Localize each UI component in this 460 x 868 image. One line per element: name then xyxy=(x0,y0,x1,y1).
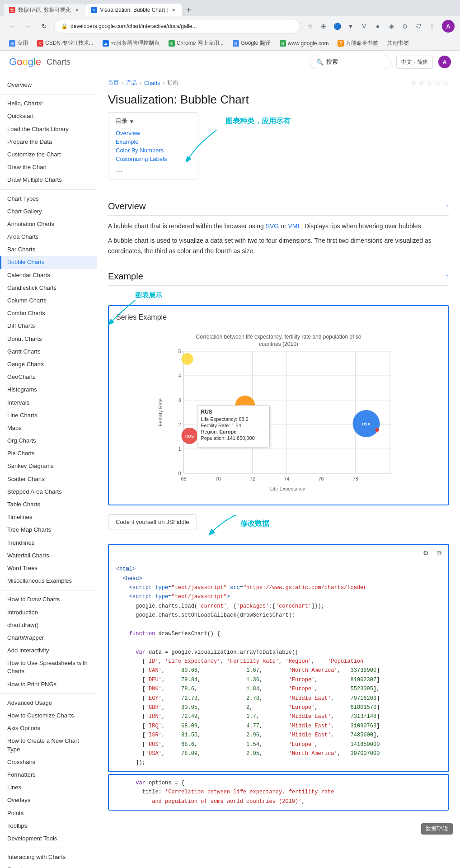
new-tab-button[interactable]: + xyxy=(182,4,195,16)
google-logo[interactable]: Google xyxy=(9,56,41,68)
star4[interactable]: ☆ xyxy=(435,79,441,87)
sidebar-item-word-trees[interactable]: Word Trees xyxy=(0,562,97,575)
vml-link[interactable]: VML xyxy=(288,222,301,230)
sidebar-item-gantt-charts[interactable]: Gantt Charts xyxy=(0,345,97,358)
search-box[interactable]: 🔍 搜索 xyxy=(310,55,391,69)
star2[interactable]: ☆ xyxy=(418,79,425,87)
sidebar-item-axis-options[interactable]: Axis Options xyxy=(0,722,97,735)
sidebar-item-chart-gallery[interactable]: Chart Gallery xyxy=(0,205,97,218)
star3[interactable]: ☆ xyxy=(427,79,433,87)
sidebar-item-gauge-charts[interactable]: Gauge Charts xyxy=(0,358,97,371)
sidebar-item-maps[interactable]: Maps xyxy=(0,422,97,434)
sidebar-item-customize-chart[interactable]: Customize the Chart xyxy=(0,148,97,161)
sidebar-item-events[interactable]: Events xyxy=(0,863,97,868)
refresh-button[interactable]: ↻ xyxy=(38,20,51,33)
forward-button[interactable]: → xyxy=(22,20,34,33)
sidebar-item-chartwrapper[interactable]: ChartWrapper xyxy=(0,632,97,644)
svg-link[interactable]: SVG xyxy=(266,222,279,230)
sidebar-item-prepare-data[interactable]: Prepare the Data xyxy=(0,136,97,148)
toc-header[interactable]: 目录 ▾ xyxy=(116,117,191,125)
star1[interactable]: ☆ xyxy=(410,79,417,87)
extension-icon8[interactable]: 🛡 xyxy=(412,20,425,33)
sidebar-item-column-charts[interactable]: Column Charts xyxy=(0,294,97,307)
code-settings-icon[interactable]: ⚙ xyxy=(420,547,431,558)
back-button[interactable]: ← xyxy=(5,20,18,33)
sidebar-item-introduction[interactable]: Introduction xyxy=(0,606,97,619)
sidebar-item-hello[interactable]: Hello, Charts! xyxy=(0,97,97,110)
header-profile-avatar[interactable]: A xyxy=(438,56,451,68)
tab-inactive[interactable]: 数 数据TA说_数据可视化 ✕ xyxy=(4,4,85,16)
breadcrumb-products[interactable]: 产品 xyxy=(126,79,137,87)
bookmark-translate[interactable]: G Google 翻译 xyxy=(229,38,274,48)
lang-selector[interactable]: 中文 - 简体 xyxy=(396,56,433,69)
sidebar-item-trendlines[interactable]: Trendlines xyxy=(0,537,97,549)
sidebar-item-add-interactivity[interactable]: Add Interactivity xyxy=(0,644,97,657)
sidebar-item-formatters[interactable]: Formatters xyxy=(0,769,97,781)
sidebar-item-scatter-charts[interactable]: Scatter Charts xyxy=(0,473,97,486)
toc-item-color-by-numbers[interactable]: Color By Numbers xyxy=(116,146,191,155)
extension-icon4[interactable]: V xyxy=(358,20,371,33)
sidebar-item-new-chart-type[interactable]: How to Create a New Chart Type xyxy=(0,735,97,755)
sidebar-item-how-to-customize[interactable]: How to Customize Charts xyxy=(0,709,97,722)
sidebar-item-misc-examples[interactable]: Miscellaneous Examples xyxy=(0,575,97,587)
tab2-close[interactable]: ✕ xyxy=(170,7,177,13)
toc-item-customizing-labels[interactable]: Customizing Labels xyxy=(116,155,191,163)
sidebar-item-histograms[interactable]: Histograms xyxy=(0,383,97,396)
sidebar-item-stepped-area-charts[interactable]: Stepped Area Charts xyxy=(0,486,97,498)
sidebar-item-timelines[interactable]: Timelines xyxy=(0,511,97,524)
bookmark-apps[interactable]: ⊞ 应用 xyxy=(5,38,32,48)
sidebar-item-overlays[interactable]: Overlays xyxy=(0,794,97,807)
toc-item-example[interactable]: Example xyxy=(116,137,191,146)
sidebar-item-overview[interactable]: Overview xyxy=(0,79,97,91)
more-options-icon[interactable]: ⋮ xyxy=(426,20,438,33)
sidebar-item-print-pngs[interactable]: How to Print PNGs xyxy=(0,678,97,691)
sidebar-item-chart-draw[interactable]: chart.draw() xyxy=(0,619,97,632)
overview-up-arrow[interactable]: ↑ xyxy=(445,202,449,211)
sidebar-item-annotation-charts[interactable]: Annotation Charts xyxy=(0,218,97,231)
breadcrumb-home[interactable]: 首页 xyxy=(108,79,119,87)
bookmark-star-icon[interactable]: ☆ xyxy=(304,20,316,33)
sidebar-item-bubble-charts[interactable]: Bubble Charts xyxy=(0,256,97,269)
code-it-yourself-button[interactable]: Code it yourself on JSFiddle xyxy=(108,514,197,529)
sidebar-item-tooltips[interactable]: Tooltips xyxy=(0,820,97,832)
sidebar-item-quickstart[interactable]: Quickstart xyxy=(0,110,97,123)
bookmark-chrome[interactable]: ⊙ Chrome 网上应用... xyxy=(165,38,227,48)
sidebar-item-area-charts[interactable]: Area Charts xyxy=(0,231,97,243)
breadcrumb-charts[interactable]: Charts xyxy=(144,80,160,86)
extension-icon6[interactable]: ◈ xyxy=(385,20,398,33)
sidebar-item-bar-charts[interactable]: Bar Charts xyxy=(0,243,97,256)
sidebar-item-tree-map-charts[interactable]: Tree Map Charts xyxy=(0,524,97,536)
bookmark-commands[interactable]: 万 万能命令书签 xyxy=(334,38,382,48)
bookmark-google[interactable]: G www.google.com xyxy=(276,39,333,47)
extension-icon3[interactable]: ▼ xyxy=(344,20,357,33)
sidebar-item-table-charts[interactable]: Table Charts xyxy=(0,498,97,511)
sidebar-item-line-charts[interactable]: Line Charts xyxy=(0,409,97,422)
star5[interactable]: ☆ xyxy=(443,79,449,87)
sidebar-item-development-tools[interactable]: Development Tools xyxy=(0,832,97,845)
sidebar-item-waterfall-charts[interactable]: Waterfall Charts xyxy=(0,549,97,562)
bookmark-cloud[interactable]: ☁ 云服务器管理控制台 xyxy=(99,38,163,48)
sidebar-item-interacting-charts[interactable]: Interacting with Charts xyxy=(0,851,97,863)
sidebar-item-intervals[interactable]: Intervals xyxy=(0,396,97,409)
bookmark-others[interactable]: 其他书签 xyxy=(384,38,413,48)
sidebar-item-load-library[interactable]: Load the Charts Library xyxy=(0,123,97,136)
toc-item-overview[interactable]: Overview xyxy=(116,129,191,137)
extension-icon5[interactable]: ● xyxy=(371,20,384,33)
sidebar-item-donut-charts[interactable]: Donut Charts xyxy=(0,333,97,345)
sidebar-item-draw-multiple[interactable]: Draw Multiple Charts xyxy=(0,174,97,186)
sidebar-item-how-to-draw[interactable]: How to Draw Charts xyxy=(0,593,97,606)
bubble-yellow[interactable] xyxy=(182,353,193,365)
extension-icon2[interactable]: 🔵 xyxy=(331,20,343,33)
code-copy-icon[interactable]: ⧉ xyxy=(434,547,445,558)
sidebar-item-chart-types[interactable]: Chart Types xyxy=(0,193,97,205)
sidebar-item-lines[interactable]: Lines xyxy=(0,781,97,794)
profile-avatar[interactable]: A xyxy=(442,20,455,33)
sidebar-item-points[interactable]: Points xyxy=(0,807,97,820)
url-bar[interactable]: 🔒 developers.google.com/chart/interactiv… xyxy=(54,19,300,33)
extension-icon7[interactable]: ⊙ xyxy=(399,20,411,33)
sidebar-item-calendar-charts[interactable]: Calendar Charts xyxy=(0,269,97,282)
sidebar-item-crosshairs[interactable]: Crosshairs xyxy=(0,756,97,769)
sidebar-item-pie-charts[interactable]: Pie Charts xyxy=(0,447,97,460)
bookmark-csdn[interactable]: C CSDN-专业IT技术... xyxy=(33,38,97,48)
sidebar-item-draw-chart[interactable]: Draw the Chart xyxy=(0,161,97,174)
